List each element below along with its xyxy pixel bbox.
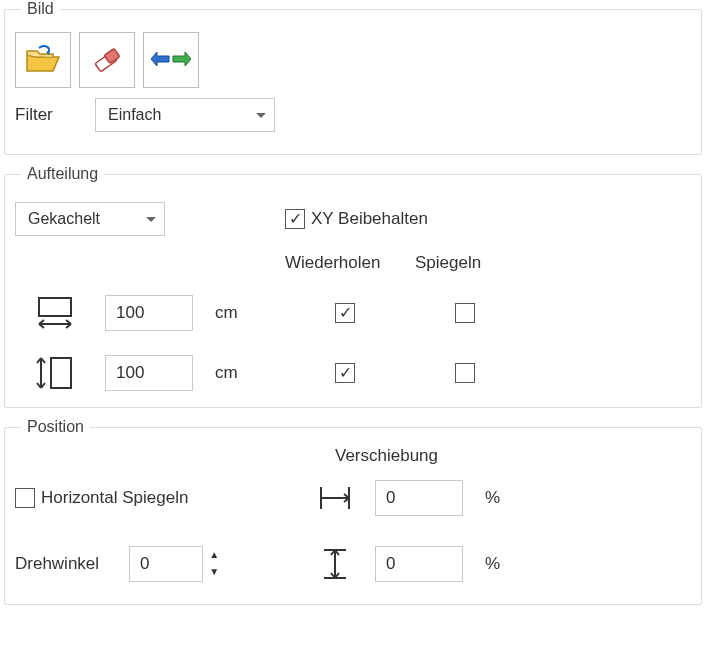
group-aufteilung: Aufteilung Gekachelt XY Beibehalten Wied…	[4, 165, 702, 408]
shift-label: Verschiebung	[335, 446, 438, 466]
angle-spinner: ▲ ▼	[129, 546, 223, 582]
width-icon-cell	[15, 293, 95, 333]
filter-select[interactable]: Einfach	[95, 98, 275, 132]
shift-x-unit: %	[485, 488, 525, 508]
hflip-checkbox[interactable]	[15, 488, 35, 508]
group-position: Position Verschiebung Horizontal Spiegel…	[4, 418, 702, 605]
angle-input[interactable]	[129, 546, 203, 582]
angle-step-up[interactable]: ▲	[205, 546, 223, 563]
height-unit: cm	[215, 363, 275, 383]
height-dimension-icon	[33, 354, 77, 392]
width-unit: cm	[215, 303, 275, 323]
height-input[interactable]	[105, 355, 193, 391]
open-file-button[interactable]	[15, 32, 71, 88]
group-bild: Bild Filter Einfach	[4, 0, 702, 155]
xy-keep-row: XY Beibehalten	[285, 209, 428, 229]
angle-label: Drehwinkel	[15, 554, 99, 574]
vertical-shift-icon	[320, 544, 350, 584]
bild-toolbar	[15, 32, 691, 88]
horizontal-shift-icon	[315, 483, 355, 513]
aufteilung-mode-value: Gekachelt	[28, 210, 100, 228]
hflip-label: Horizontal Spiegeln	[41, 488, 188, 508]
chevron-down-icon	[146, 217, 156, 222]
swap-arrows-icon	[151, 46, 191, 74]
header-mirror: Spiegeln	[415, 253, 515, 273]
width-dimension-icon	[33, 296, 77, 330]
aufteilung-grid: Wiederholen Spiegeln cm cm	[15, 253, 691, 393]
filter-value: Einfach	[108, 106, 161, 124]
folder-open-icon	[25, 45, 61, 75]
svg-rect-4	[51, 358, 71, 388]
svg-rect-2	[39, 298, 71, 316]
shift-y-input[interactable]	[375, 546, 463, 582]
width-repeat-checkbox[interactable]	[335, 303, 355, 323]
chevron-down-icon	[256, 113, 266, 118]
width-mirror-checkbox[interactable]	[455, 303, 475, 323]
width-input[interactable]	[105, 295, 193, 331]
angle-step-down[interactable]: ▼	[205, 563, 223, 580]
shift-y-unit: %	[485, 554, 525, 574]
xy-keep-checkbox[interactable]	[285, 209, 305, 229]
height-repeat-checkbox[interactable]	[335, 363, 355, 383]
height-icon-cell	[15, 353, 95, 393]
shift-x-input[interactable]	[375, 480, 463, 516]
legend-aufteilung: Aufteilung	[21, 165, 104, 183]
filter-label: Filter	[15, 105, 85, 125]
header-repeat: Wiederholen	[285, 253, 405, 273]
legend-position: Position	[21, 418, 90, 436]
hflip-row: Horizontal Spiegeln	[15, 488, 295, 508]
legend-bild: Bild	[21, 0, 60, 18]
height-mirror-checkbox[interactable]	[455, 363, 475, 383]
swap-button[interactable]	[143, 32, 199, 88]
aufteilung-mode-select[interactable]: Gekachelt	[15, 202, 165, 236]
erase-button[interactable]	[79, 32, 135, 88]
position-grid: Horizontal Spiegeln % Drehwinkel ▲ ▼	[15, 478, 691, 590]
xy-keep-label: XY Beibehalten	[311, 209, 428, 229]
eraser-icon	[90, 43, 124, 77]
